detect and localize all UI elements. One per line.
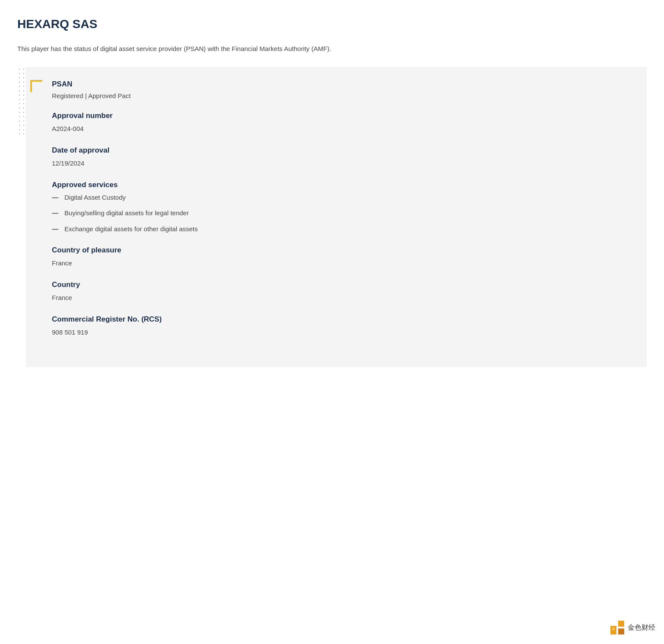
country-group: Country France (52, 281, 629, 303)
status-text: Registered | Approved Pact (52, 92, 629, 99)
info-card: PSAN Registered | Approved Pact Approval… (26, 67, 647, 367)
dash-icon-2: — (52, 208, 58, 218)
country-of-pleasure-group: Country of pleasure France (52, 246, 629, 268)
date-of-approval-value: 12/19/2024 (52, 158, 629, 169)
service-item-3: — Exchange digital assets for other digi… (52, 224, 629, 234)
country-of-pleasure-label: Country of pleasure (52, 246, 629, 255)
page-subtitle: This player has the status of digital as… (17, 44, 647, 54)
approval-number-label: Approval number (52, 112, 629, 120)
country-label: Country (52, 281, 629, 289)
service-text-2: Buying/selling digital assets for legal … (64, 208, 189, 218)
bracket-corner-icon (30, 80, 42, 92)
date-of-approval-label: Date of approval (52, 146, 629, 155)
page-title: HEXARQ SAS (17, 17, 647, 31)
badge-label: PSAN (52, 80, 629, 89)
approved-services-group: Approved services — Digital Asset Custod… (52, 181, 629, 234)
service-item-2: — Buying/selling digital assets for lega… (52, 208, 629, 218)
badge-group: PSAN Registered | Approved Pact (52, 80, 629, 99)
service-item-1: — Digital Asset Custody (52, 193, 629, 203)
approval-number-value: A2024-004 (52, 124, 629, 134)
service-text-3: Exchange digital assets for other digita… (64, 224, 198, 234)
commercial-register-value: 908 501 919 (52, 327, 629, 338)
dash-icon-1: — (52, 193, 58, 203)
approval-number-group: Approval number A2024-004 (52, 112, 629, 134)
country-of-pleasure-value: France (52, 258, 629, 268)
card-wrapper: PSAN Registered | Approved Pact Approval… (17, 67, 647, 367)
service-text-1: Digital Asset Custody (64, 193, 126, 203)
country-value: France (52, 293, 629, 303)
dash-icon-3: — (52, 224, 58, 234)
commercial-register-label: Commercial Register No. (RCS) (52, 315, 629, 324)
approved-services-label: Approved services (52, 181, 629, 189)
commercial-register-group: Commercial Register No. (RCS) 908 501 91… (52, 315, 629, 338)
date-of-approval-group: Date of approval 12/19/2024 (52, 146, 629, 169)
